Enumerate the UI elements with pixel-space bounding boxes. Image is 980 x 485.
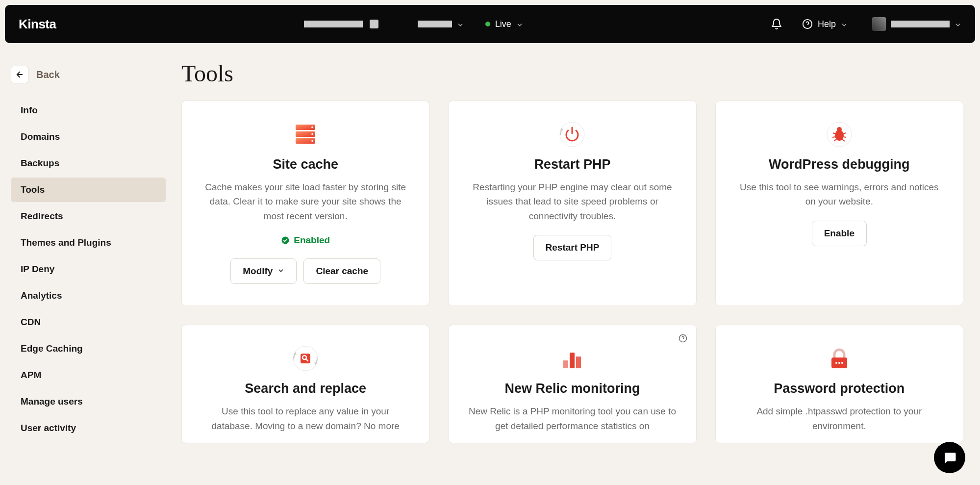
chevron-down-icon <box>457 21 464 27</box>
logo: Kinsta <box>19 17 56 32</box>
chevron-down-icon <box>277 266 284 277</box>
main-content: Tools Site cache Cache makes you <box>181 54 975 443</box>
sidebar-item-tools[interactable]: Tools <box>11 178 166 202</box>
help-icon <box>678 334 687 343</box>
breadcrumb-env-selector[interactable] <box>418 21 464 27</box>
page-title: Tools <box>181 60 963 87</box>
svg-point-33 <box>835 362 837 364</box>
card-description: Cache makes your site load faster by sto… <box>200 180 411 223</box>
card-title: Restart PHP <box>534 157 610 172</box>
card-search-replace: Search and replace Use this tool to repl… <box>181 325 429 443</box>
status-dot-icon <box>485 22 490 26</box>
svg-point-6 <box>311 127 313 128</box>
svg-marker-11 <box>560 128 563 130</box>
card-title: Site cache <box>273 157 338 172</box>
clear-cache-button[interactable]: Clear cache <box>303 258 380 284</box>
chat-icon <box>942 450 957 465</box>
bug-icon <box>826 121 853 148</box>
sidebar-item-manage-users[interactable]: Manage users <box>11 389 166 414</box>
card-description: Use this tool to see warnings, errors an… <box>734 180 945 209</box>
card-title: New Relic monitoring <box>504 381 640 396</box>
enable-button[interactable]: Enable <box>812 221 867 246</box>
breadcrumb-site-selector[interactable] <box>304 20 378 28</box>
sidebar-item-ip-deny[interactable]: IP Deny <box>11 257 166 281</box>
env-status-selector[interactable]: Live <box>485 19 523 29</box>
chart-icon <box>558 345 586 372</box>
sidebar-item-apm[interactable]: APM <box>11 363 166 387</box>
card-description: Restarting your PHP engine may clear out… <box>467 180 678 223</box>
svg-point-7 <box>311 133 313 135</box>
help-menu[interactable]: Help <box>802 19 848 29</box>
chevron-down-icon <box>516 21 523 27</box>
status-badge: Enabled <box>281 235 330 246</box>
card-description: New Relic is a PHP monitoring tool you c… <box>467 404 678 433</box>
card-description: Add simple .htpasswd protection to your … <box>734 404 945 433</box>
svg-line-16 <box>843 133 846 134</box>
topbar: Kinsta Live Help <box>5 5 975 43</box>
chevron-down-icon <box>955 21 961 27</box>
help-label: Help <box>818 19 836 29</box>
sidebar-item-cdn[interactable]: CDN <box>11 310 166 334</box>
card-password-protection: Password protection Add simple .htpasswd… <box>715 325 963 443</box>
sidebar-item-themes-plugins[interactable]: Themes and Plugins <box>11 230 166 255</box>
sidebar-item-edge-caching[interactable]: Edge Caching <box>11 336 166 361</box>
modify-button[interactable]: Modify <box>230 258 297 284</box>
sidebar-item-user-activity[interactable]: User activity <box>11 416 166 440</box>
svg-point-35 <box>841 362 843 364</box>
card-new-relic: New Relic monitoring New Relic is a PHP … <box>448 325 696 443</box>
svg-line-17 <box>832 137 835 137</box>
svg-line-20 <box>842 139 845 141</box>
svg-rect-31 <box>576 357 581 368</box>
help-tooltip-button[interactable] <box>678 334 687 343</box>
back-label: Back <box>36 69 60 80</box>
env-status-label: Live <box>495 19 511 29</box>
card-wordpress-debugging: WordPress debugging Use this tool to see… <box>715 101 963 306</box>
svg-marker-26 <box>314 362 317 365</box>
notifications-button[interactable] <box>771 18 782 30</box>
help-icon <box>802 19 813 29</box>
card-restart-php: Restart PHP Restarting your PHP engine m… <box>448 101 696 306</box>
lock-icon <box>826 345 853 372</box>
card-title: Search and replace <box>245 381 366 396</box>
svg-line-18 <box>843 137 846 137</box>
card-title: WordPress debugging <box>769 157 910 172</box>
card-title: Password protection <box>774 381 905 396</box>
svg-marker-25 <box>294 352 297 355</box>
arrow-left-icon <box>15 70 24 79</box>
svg-point-14 <box>837 127 842 132</box>
svg-rect-29 <box>563 360 568 368</box>
server-icon <box>292 121 319 148</box>
svg-point-8 <box>311 140 313 142</box>
svg-point-34 <box>838 362 840 364</box>
sidebar-item-info[interactable]: Info <box>11 98 166 123</box>
chevron-down-icon <box>841 21 848 27</box>
check-circle-icon <box>281 236 290 245</box>
power-icon <box>558 121 586 148</box>
svg-point-10 <box>560 122 584 147</box>
svg-line-15 <box>833 133 835 134</box>
chat-button[interactable] <box>934 442 965 473</box>
restart-php-button[interactable]: Restart PHP <box>533 235 612 260</box>
bell-icon <box>771 18 782 30</box>
card-description: Use this tool to replace any value in yo… <box>200 404 411 433</box>
svg-rect-30 <box>570 353 575 368</box>
sidebar-item-analytics[interactable]: Analytics <box>11 283 166 308</box>
sidebar-item-redirects[interactable]: Redirects <box>11 204 166 229</box>
sidebar-item-domains[interactable]: Domains <box>11 125 166 149</box>
back-button[interactable] <box>11 66 28 83</box>
card-site-cache: Site cache Cache makes your site load fa… <box>181 101 429 306</box>
sidebar: Back Info Domains Backups Tools Redirect… <box>5 54 172 443</box>
svg-line-19 <box>834 139 836 141</box>
sidebar-item-backups[interactable]: Backups <box>11 151 166 176</box>
avatar <box>872 17 886 31</box>
search-icon <box>292 345 319 372</box>
account-menu[interactable] <box>872 17 961 31</box>
